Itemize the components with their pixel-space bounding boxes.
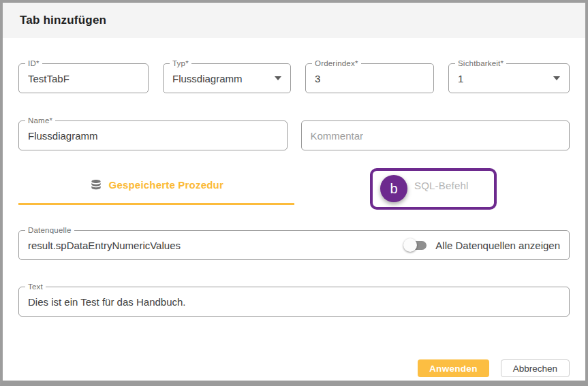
kommentar-field[interactable]: Kommentar bbox=[301, 120, 570, 150]
orderindex-field-label: Orderindex* bbox=[312, 59, 361, 67]
sichtbarkeit-select-label: Sichtbarkeit* bbox=[455, 59, 506, 67]
orderindex-field-value: 3 bbox=[315, 73, 320, 84]
toggle-label: Alle Datenquellen anzeigen bbox=[435, 240, 560, 251]
tab-label: Gespeicherte Prozedur bbox=[109, 179, 223, 191]
apply-button[interactable]: Anwenden bbox=[418, 359, 489, 377]
sichtbarkeit-select[interactable]: Sichtbarkeit* 1 bbox=[448, 63, 570, 93]
dialog-footer: Anwenden Abbrechen bbox=[18, 359, 570, 377]
kommentar-field-placeholder: Kommentar bbox=[311, 130, 364, 142]
database-icon bbox=[89, 178, 103, 192]
typ-select[interactable]: Typ* Flussdiagramm bbox=[163, 63, 291, 93]
datenquelle-field-value: result.spDataEntryNumericValues bbox=[28, 240, 181, 251]
name-field-value: Flussdiagramm bbox=[28, 130, 98, 142]
toggle-thumb[interactable] bbox=[403, 238, 417, 252]
id-field-label: ID* bbox=[25, 59, 42, 67]
add-tab-dialog: Tab hinzufügen ID* TestTabF Typ* Flussdi… bbox=[0, 0, 588, 386]
orderindex-field[interactable]: Orderindex* 3 bbox=[305, 63, 434, 93]
typ-select-value: Flussdiagramm bbox=[172, 73, 243, 84]
dialog-header: Tab hinzufügen bbox=[3, 3, 585, 38]
datenquelle-field-label: Datenquelle bbox=[25, 226, 74, 234]
sichtbarkeit-select-value: 1 bbox=[458, 73, 463, 84]
text-field-value: Dies ist ein Test für das Handbuch. bbox=[28, 296, 186, 308]
field-row-2: Name* Flussdiagramm Kommentar bbox=[18, 120, 570, 150]
show-all-datasources-toggle[interactable] bbox=[403, 238, 428, 252]
typ-select-label: Typ* bbox=[170, 59, 191, 67]
id-field[interactable]: ID* TestTabF bbox=[18, 63, 149, 93]
text-field[interactable]: Text Dies ist ein Test für das Handbuch. bbox=[18, 287, 570, 317]
datasource-toggle-group: Alle Datenquellen anzeigen bbox=[403, 238, 560, 252]
annotation-badge-b: b bbox=[380, 175, 407, 202]
text-field-label: Text bbox=[25, 283, 46, 291]
name-field-label: Name* bbox=[25, 116, 55, 125]
datenquelle-field[interactable]: Datenquelle result.spDataEntryNumericVal… bbox=[18, 230, 570, 260]
field-row-1: ID* TestTabF Typ* Flussdiagramm Orderind… bbox=[18, 63, 570, 93]
dialog-body: ID* TestTabF Typ* Flussdiagramm Orderind… bbox=[3, 63, 585, 377]
chevron-down-icon[interactable] bbox=[553, 76, 560, 80]
chevron-down-icon[interactable] bbox=[275, 76, 281, 80]
cancel-button[interactable]: Abbrechen bbox=[501, 359, 570, 377]
id-field-value: TestTabF bbox=[28, 73, 69, 84]
tab-bar: Gespeicherte Prozedur SQL-Befehl b bbox=[18, 166, 570, 205]
tab-gespeicherte-prozedur[interactable]: Gespeicherte Prozedur bbox=[18, 166, 294, 205]
page-title: Tab hinzufügen bbox=[20, 14, 106, 27]
name-field[interactable]: Name* Flussdiagramm bbox=[18, 120, 288, 150]
